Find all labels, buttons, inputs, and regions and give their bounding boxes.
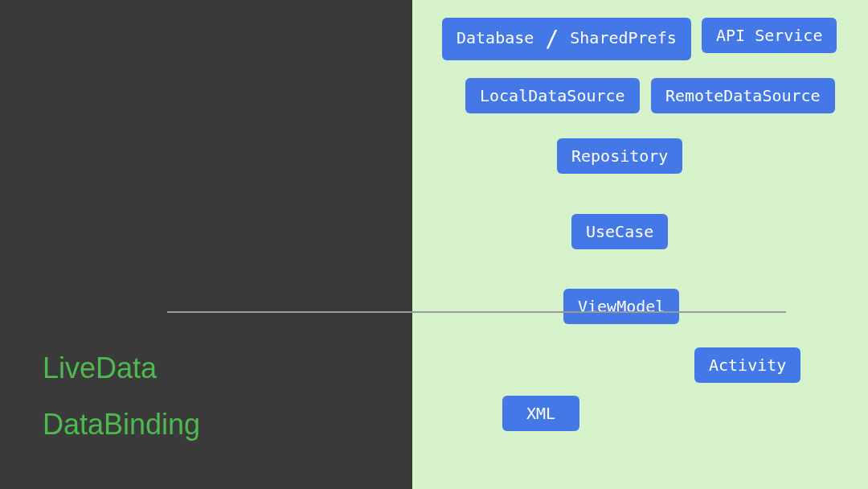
right-panel: Database / SharedPrefs API Service Local… — [412, 0, 868, 489]
label-livedata: LiveData — [43, 351, 157, 385]
node-sharedprefs-text-right: SharedPrefs — [560, 28, 677, 47]
slash-separator: / — [543, 26, 560, 52]
node-repository: Repository — [557, 138, 682, 174]
node-remote-data-source: RemoteDataSource — [651, 78, 835, 113]
node-database-sharedprefs: Database / SharedPrefs — [442, 18, 691, 60]
node-api-service: API Service — [702, 18, 837, 53]
node-local-data-source: LocalDataSource — [465, 78, 640, 113]
label-databinding: DataBinding — [43, 408, 200, 442]
node-database-text-left: Database — [457, 28, 543, 47]
left-panel: LiveData DataBinding — [0, 0, 412, 489]
node-activity: Activity — [694, 347, 800, 383]
node-viewmodel: ViewModel — [563, 289, 679, 324]
node-usecase: UseCase — [571, 214, 668, 249]
horizontal-divider — [167, 311, 786, 313]
node-xml: XML — [502, 396, 579, 431]
